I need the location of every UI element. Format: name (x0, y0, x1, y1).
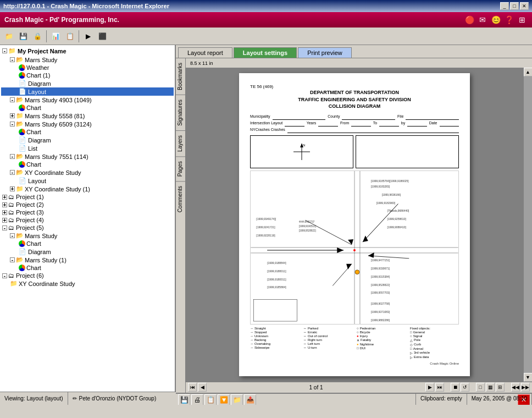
toolbar-btn-5[interactable]: 📋 (63, 30, 76, 43)
toolbar-btn-7[interactable]: ⬛ (96, 30, 109, 43)
tree-diagram-1[interactable]: 📄 Diagram (1, 79, 174, 87)
tree-root[interactable]: - 📁 My Project Name (1, 46, 174, 56)
tree-p5-diagram[interactable]: 📄 Diagram (1, 248, 174, 256)
icon-2[interactable]: ✉ (477, 14, 488, 25)
tab-layout-report[interactable]: Layout report (178, 47, 232, 58)
right-panel: Layout report Layout settings Print prev… (176, 45, 532, 392)
side-tab-comments[interactable]: Comments (176, 181, 186, 217)
by-field (407, 121, 427, 127)
tree-project-3[interactable]: + 🗂 Project (3) (1, 208, 174, 216)
nav-stop-button[interactable]: ⏹ (451, 383, 459, 392)
tree-xy-coord-1[interactable]: + 📁 XY Coordinate Study (1) (1, 185, 174, 193)
maximize-button[interactable]: □ (510, 2, 519, 10)
tree-chart-m6509[interactable]: Chart (1, 128, 174, 136)
tree-node-marrs-study[interactable]: - 📂 Marrs Study (1, 56, 174, 64)
tab-layout-settings[interactable]: Layout settings (234, 47, 297, 58)
side-tab-pages[interactable]: Pages (176, 156, 186, 181)
p5-collapse-icon[interactable]: - (2, 226, 7, 230)
tree-marrs-7551[interactable]: - 📂 Marrs Study 7551 (114) (1, 152, 174, 161)
m6509-collapse-icon[interactable]: - (10, 122, 15, 127)
scroll-down-button[interactable]: ▼ (524, 373, 533, 382)
nav-first-button[interactable]: ⏮ (188, 383, 197, 392)
p4-icon[interactable]: + (2, 218, 7, 223)
toolbar-btn-6[interactable]: ▶ (81, 30, 95, 43)
tree-p5-chart2[interactable]: Chart (1, 264, 174, 272)
toolbar-btn-2[interactable]: 💾 (16, 30, 30, 43)
close-button[interactable]: ✕ (520, 2, 529, 10)
tree-layout-xy[interactable]: 📄 Layout (1, 177, 174, 185)
nav-refresh-button[interactable]: ↺ (461, 383, 469, 392)
p5-m1-collapse-icon[interactable]: - (10, 257, 15, 262)
icon-1[interactable]: 🔴 (464, 14, 475, 25)
right-scrollbar[interactable]: ▲ ▼ (523, 68, 532, 382)
m4903-collapse-icon[interactable]: - (10, 97, 15, 102)
menu-bar-icons[interactable]: 🔴 ✉ 😊 ❓ ⊞ (464, 14, 528, 25)
p3-icon[interactable]: + (2, 210, 7, 215)
tree-chart-m7551[interactable]: Chart (1, 161, 174, 168)
p1-icon[interactable]: + (2, 195, 7, 200)
xy-collapse-icon[interactable]: - (10, 170, 15, 175)
icon-5[interactable]: ⊞ (517, 14, 528, 25)
nav-next-button[interactable]: ▶ (425, 383, 434, 392)
tree-chart-1[interactable]: Chart (1) (1, 72, 174, 79)
collapse-icon[interactable]: - (2, 48, 7, 53)
tree-diagram-m6509[interactable]: 📄 Diagram (1, 136, 174, 144)
m7551-collapse-icon[interactable]: - (10, 154, 15, 159)
p1-folder-icon: 🗂 (8, 194, 14, 200)
scroll-track[interactable] (524, 76, 532, 373)
nav-multi-page-button[interactable]: ⊞ (496, 383, 505, 392)
toolbar-btn-3[interactable]: 🔒 (31, 30, 44, 43)
tree-chart-m4903[interactable]: Chart (1, 104, 174, 112)
tree-list-m6509[interactable]: 📄 List (1, 144, 174, 152)
toolbar-btn-1[interactable]: 📁 (2, 30, 15, 43)
scroll-up-button[interactable]: ▲ (524, 68, 533, 76)
chart-m6509-label: Chart (26, 129, 41, 135)
status-datetime: May 26, 2005 @ 08:10 (467, 392, 532, 405)
tree-project-5[interactable]: - 🗂 Project (5) (1, 224, 174, 232)
p2-icon[interactable]: + (2, 202, 7, 207)
svg-text:[1999,9557703]: [1999,9557703] (371, 292, 390, 294)
tree-p5-marrs1[interactable]: - 📂 Marrs Study (1) (1, 256, 174, 264)
tab-print-preview[interactable]: Print preview (298, 47, 352, 58)
xy1-collapse-icon[interactable]: + (10, 186, 15, 191)
tree-marrs-4903[interactable]: - 📂 Marrs Study 4903 (1049) (1, 96, 174, 104)
nav-page-info: 1 of 1 (208, 384, 424, 391)
minimize-button[interactable]: _ (500, 2, 509, 10)
tree-p6-xy[interactable]: 📁 XY Coordinate Study (1, 279, 174, 288)
marrs-collapse-icon[interactable]: - (10, 57, 15, 62)
side-tab-signatures[interactable]: Signatures (176, 95, 186, 130)
title-bar-buttons[interactable]: _ □ ✕ (500, 2, 529, 10)
nav-zoom-out-button[interactable]: ▶▶ (521, 383, 530, 392)
side-tab-bookmarks[interactable]: Bookmarks (176, 58, 186, 95)
status-user-section: ✏ Pete d'Oronzio (NYDOT Group) (68, 392, 417, 405)
weather-pie-icon (19, 64, 25, 71)
nav-prev-button[interactable]: ◀ (198, 383, 207, 392)
nav-two-page-button[interactable]: ▦ (486, 383, 495, 392)
svg-rect-42 (253, 299, 297, 321)
nav-single-page-button[interactable]: □ (476, 383, 485, 392)
side-tab-layers[interactable]: Layers (176, 130, 186, 156)
tree-project-2[interactable]: + 🗂 Project (2) (1, 201, 174, 208)
toolbar-btn-4[interactable]: 📊 (49, 30, 62, 43)
p6-collapse-icon[interactable]: - (2, 273, 7, 278)
p5-m1-label: Marrs Study (1) (25, 257, 66, 263)
doc-scroll-area[interactable]: TE 56 (469) DEPARTMENT OF TRANSPORTATION… (186, 68, 523, 382)
tree-layout-1[interactable]: 📄 Layout (1, 87, 174, 96)
tree-p5-chart[interactable]: Chart (1, 240, 174, 248)
tree-project-1[interactable]: + 🗂 Project (1) (1, 193, 174, 201)
tree-marrs-6509[interactable]: - 📂 Marrs Study 6509 (3124) (1, 120, 174, 128)
tree-xy-coord[interactable]: - 📂 XY Coordinate Study (1, 168, 174, 177)
tree-project-4[interactable]: + 🗂 Project (4) (1, 216, 174, 224)
tree-p5-marrs[interactable]: - 📂 Marrs Study (1, 232, 174, 240)
p5-marrs-collapse-icon[interactable]: - (10, 233, 15, 238)
tree-marrs-5558[interactable]: + 📁 Marrs Study 5558 (81) (1, 112, 174, 120)
m5558-collapse-icon[interactable]: + (10, 113, 15, 118)
tree-weather[interactable]: Weather (1, 64, 174, 72)
nav-zoom-in-button[interactable]: ◀◀ (511, 383, 520, 392)
icon-3[interactable]: 😊 (490, 14, 501, 25)
icon-4[interactable]: ❓ (503, 14, 514, 25)
left-panel-tree[interactable]: - 📁 My Project Name - 📂 Marrs Study Weat… (0, 45, 176, 392)
nav-last-button[interactable]: ⏭ (435, 383, 444, 392)
tree-project-6[interactable]: - 🗂 Project (6) (1, 272, 174, 279)
svg-text:[1999,9528822]: [1999,9528822] (299, 229, 316, 232)
